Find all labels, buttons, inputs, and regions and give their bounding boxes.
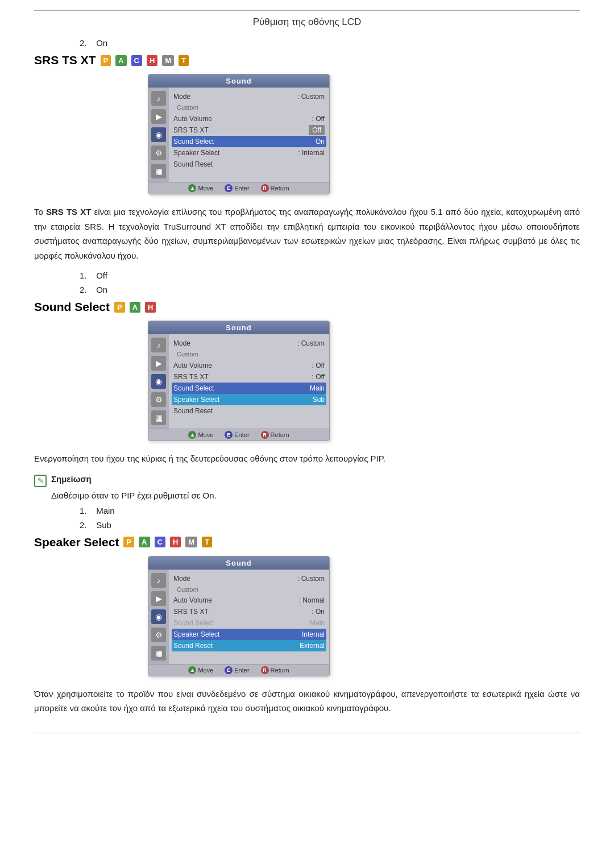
- note-icon: ✎: [34, 475, 47, 487]
- footer3-return: R Return: [261, 666, 289, 674]
- menu3-row-srs: SRS TS XT : On: [173, 606, 325, 617]
- menu3-speakersel-val: Internal: [302, 629, 325, 639]
- speaker-select-title: Speaker Select: [34, 535, 119, 549]
- footer3-move-label: Move: [198, 667, 213, 674]
- footer2-return: R Return: [261, 431, 289, 439]
- badge-p-spk: P: [123, 537, 134, 547]
- menu2-footer: ▲ Move E Enter R Return: [148, 429, 329, 441]
- srs-num-2: 2.: [80, 285, 94, 294]
- srs-title: SRS TS XT: [34, 53, 96, 67]
- menu2-row-reset: Sound Reset: [173, 405, 325, 417]
- menu1-footer: ▲ Move E Enter R Return: [148, 182, 329, 194]
- badge-m-spk: M: [185, 537, 197, 547]
- menu1-mode-label: Mode: [173, 92, 190, 102]
- menu1-custom-label: Custom: [177, 103, 198, 113]
- menu3-mode-val: : Custom: [297, 574, 325, 584]
- footer2-move: ▲ Move: [188, 431, 213, 439]
- ss-item-main: 1. Main: [80, 506, 580, 516]
- footer-enter: E Enter: [225, 184, 249, 192]
- menu1-speakersel-label: Speaker Select: [173, 148, 219, 158]
- menu2-row-soundselect: Sound Select Main: [172, 383, 326, 394]
- enter-btn-icon: E: [225, 184, 233, 192]
- badge-c-spk: C: [155, 537, 165, 547]
- menu2-row-custom: Custom: [173, 349, 325, 360]
- speaker-select-section-header: Speaker Select P A C H M T: [34, 535, 580, 549]
- menu2-title: Sound: [148, 321, 329, 334]
- menu2-body: ♪ ▶ ◉ ⚙ ▦ Mode : Custom Custom Auto Volu…: [148, 334, 329, 429]
- menu3-row-autovol: Auto Volume : Normal: [173, 595, 325, 606]
- enter2-btn-icon: E: [225, 431, 233, 439]
- menu2-autovol-val: : Off: [312, 360, 325, 371]
- top-rule: [34, 10, 580, 11]
- menu2-autovol-label: Auto Volume: [173, 360, 212, 371]
- return-btn-icon: R: [261, 184, 269, 192]
- icon-arrow: ▶: [151, 109, 166, 124]
- return2-btn-icon: R: [261, 431, 269, 439]
- menu3-row-speakersel: Speaker Select Internal: [172, 629, 326, 640]
- menu1-autovol-val: : Off: [312, 114, 325, 124]
- menu2-custom-label: Custom: [177, 350, 198, 359]
- move2-btn-icon: ▲: [188, 431, 196, 439]
- ss-item-sub: 2. Sub: [80, 520, 580, 530]
- menu3-reset-label: Sound Reset: [173, 641, 213, 651]
- srs-item-off: 1. Off: [80, 271, 580, 280]
- menu3-autovol-label: Auto Volume: [173, 595, 212, 605]
- icon3-active: ◉: [151, 609, 166, 624]
- badge-c-srs: C: [131, 55, 142, 66]
- menu1-row-soundselect: Sound Select On: [172, 136, 326, 147]
- icon2-active: ◉: [151, 374, 166, 389]
- footer2-move-label: Move: [198, 431, 213, 438]
- menu3-reset-val: External: [300, 641, 325, 651]
- menu3-srs-label: SRS TS XT: [173, 607, 209, 617]
- icon2-arrow: ▶: [151, 356, 166, 371]
- footer3-return-label: Return: [271, 667, 289, 674]
- footer2-return-label: Return: [271, 431, 289, 438]
- menu3-mode-label: Mode: [173, 574, 190, 584]
- srs-body-text: Το SRS TS XT είναι μια τεχνολογία επίλυσ…: [34, 205, 580, 263]
- menu2-mode-val: : Custom: [297, 338, 325, 348]
- numbered-item-on-top: 2. On: [80, 38, 580, 48]
- menu2-speakersel-val: Sub: [313, 394, 325, 405]
- menu2-soundselect-label: Sound Select: [173, 383, 214, 393]
- menu1-content: Mode : Custom Custom Auto Volume : Off S…: [169, 88, 329, 182]
- badge-t-srs: T: [179, 55, 189, 66]
- menu2-row-mode: Mode : Custom: [173, 338, 325, 349]
- menu3-speakersel-label: Speaker Select: [173, 629, 219, 639]
- icon-gear: ⚙: [151, 146, 166, 160]
- menu3-row-mode: Mode : Custom: [173, 573, 325, 584]
- icon3-display: ▦: [151, 646, 166, 661]
- menu3-srs-val: : On: [312, 607, 325, 617]
- menu2-srs-label: SRS TS XT: [173, 372, 209, 382]
- move3-btn-icon: ▲: [188, 666, 196, 674]
- menu3-title: Sound: [148, 556, 329, 570]
- sound-select-section-header: Sound Select P A H: [34, 300, 580, 314]
- menu1-speakersel-val: : Internal: [298, 148, 325, 158]
- icon-display: ▦: [151, 164, 166, 178]
- footer-return: R Return: [261, 184, 289, 192]
- footer3-enter-label: Enter: [234, 667, 249, 674]
- badge-h-spk: H: [170, 537, 181, 547]
- icon3-sound: ♪: [151, 573, 166, 588]
- return3-btn-icon: R: [261, 666, 269, 674]
- menu3-autovol-val: : Normal: [299, 595, 325, 605]
- srs-item-on: 2. On: [80, 285, 580, 294]
- menu2-mode-label: Mode: [173, 338, 190, 348]
- srs-section-header: SRS TS XT P A C H M T: [34, 53, 580, 67]
- sound-select-title: Sound Select: [34, 300, 110, 314]
- footer-move-label: Move: [198, 185, 213, 192]
- menu3-body: ♪ ▶ ◉ ⚙ ▦ Mode : Custom Custom Auto Volu…: [148, 570, 329, 664]
- menu2-speakersel-label: Speaker Select: [173, 394, 219, 405]
- badge-a-srs: A: [115, 55, 126, 66]
- menu1-row-mode: Mode : Custom: [173, 91, 325, 102]
- srs-label-off: Off: [96, 271, 107, 280]
- menu1-row-reset: Sound Reset: [173, 159, 325, 170]
- badge-p-srs: P: [101, 55, 111, 66]
- page-container: Ρύθμιση της οθόνης LCD 2. On SRS TS XT P…: [0, 10, 614, 733]
- footer-return-label: Return: [271, 185, 289, 192]
- menu1-mode-val: : Custom: [297, 92, 325, 102]
- badge-a-ss: A: [130, 302, 140, 313]
- menu1-row-speakersel: Speaker Select : Internal: [173, 147, 325, 159]
- menu3-footer: ▲ Move E Enter R Return: [148, 664, 329, 676]
- menu1-reset-label: Sound Reset: [173, 159, 213, 169]
- menu3-soundselect-label: Sound Select: [173, 618, 214, 628]
